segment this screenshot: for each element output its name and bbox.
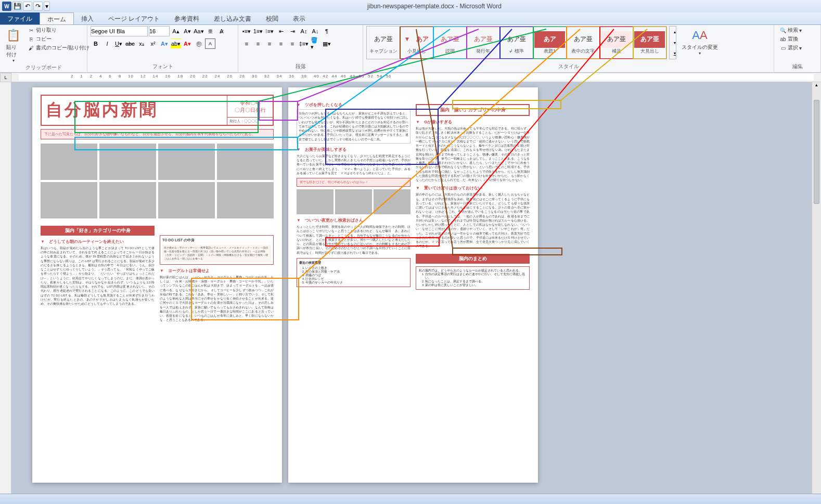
photo-placeholder[interactable] (374, 189, 410, 214)
ruler-tab-selector[interactable]: L (0, 73, 11, 82)
photo-placeholder[interactable] (41, 182, 97, 218)
font-color-button[interactable]: A▾ (182, 38, 193, 49)
todo-title[interactable]: TO DO LIST の中身 (162, 238, 271, 243)
bold-button[interactable]: B (91, 38, 101, 49)
superscript-button[interactable]: x² (148, 38, 158, 49)
category-header-like[interactable]: 脳内「好き」カテゴリーの中身 (41, 226, 155, 236)
photo-placeholder[interactable] (158, 144, 215, 180)
align-left-button[interactable]: ≡ (241, 38, 252, 49)
scrollbar-thumb[interactable] (814, 100, 819, 204)
summary-intro[interactable]: 私の脳内では、どうやら次のようなルールが規定されていると思われる。 (419, 269, 527, 273)
qat-customize-button[interactable]: ▾ (44, 2, 50, 11)
section-heading[interactable]: ついつい夜更かし検索おばさん (297, 217, 410, 223)
tab-page-layout[interactable]: ページ レイアウト (101, 12, 167, 24)
shrink-font-button[interactable]: A▾ (182, 26, 193, 36)
tab-view[interactable]: 表示 (286, 12, 313, 24)
body-text[interactable]: 家の中のものには、大抵そのものの居場所がある。新しく購入したおもちゃなども、まず… (416, 192, 530, 248)
list-item[interactable]: 布の保湿と回復・ケア法 (305, 270, 408, 274)
style-item-発行年[interactable]: あア亜発行年 (467, 27, 500, 59)
shading-button[interactable]: 🪣▾ (310, 38, 320, 49)
align-right-button[interactable]: ≡ (264, 38, 275, 49)
style-gallery[interactable]: あア亜キャプション▼ あア小見出しあア亜説明あア亜発行年あア亜↲ 標準あア表題1… (366, 26, 667, 59)
bullets-button[interactable]: •≡▾ (241, 26, 252, 36)
newspaper-description[interactable]: 下に並べた写真たちは、自分の好きな物や嫌いなものなど、自分を連想させる、自分の脳… (41, 129, 274, 139)
photo-placeholder[interactable] (41, 144, 97, 180)
grow-font-button[interactable]: A▴ (171, 26, 181, 36)
list-item[interactable]: 自分の決定事項の実行はまじめに速やかに行い、そして充分に堪能し現い。 (425, 273, 527, 280)
body-text[interactable]: 我が家の朝ごはんは、「パン・サラダ・ヨーグルト・果物・コーヒーか牛乳」もしくは、… (160, 275, 274, 322)
tab-home[interactable]: ホーム (40, 12, 74, 24)
document-scroll[interactable]: 自分脳内新聞 令和〇年 〇月〇日発行 発行人：〇〇〇〇 下に並べた写真たちは、自… (11, 82, 812, 494)
cut-button[interactable]: ✂切り取り (25, 26, 92, 34)
justify-button[interactable]: ≡ (276, 38, 286, 49)
tab-review[interactable]: 校閲 (259, 12, 286, 24)
ruler-horizontal[interactable]: 2 1 2 4 6 8 10 12 14 16 18 20 22 24 26 2… (0, 73, 821, 82)
style-item-小見出し[interactable]: ▼ あア小見出し (400, 27, 433, 59)
vertical-scrollbar[interactable]: ▴ (812, 82, 821, 494)
body-text[interactable]: ちょっとした空き時間、夜寝る前のやっと一人の時間を確保できたその時間、ほんとはほ… (297, 225, 410, 255)
increase-indent-button[interactable]: ⇥ (287, 26, 298, 36)
style-item-キャプション[interactable]: あア亜キャプション (367, 27, 400, 59)
strikethrough-button[interactable]: abc (125, 38, 135, 49)
body-text[interactable]: 私はいつも、朝目が覚めたら次のような事こどが決まって TO DO LIST とし… (41, 246, 155, 306)
summary-header[interactable]: 脳内のまとめ (416, 254, 530, 264)
paste-button[interactable]: 📋 貼り付け ▾ (3, 26, 23, 64)
body-text[interactable]: 自分のツボ押しをするのはもちろんだが、家族がどこか不調を訴えていると、ついついツ… (297, 109, 410, 144)
style-item-説明[interactable]: あア亜説明 (433, 27, 467, 59)
change-case-button[interactable]: Aa▾ (194, 26, 204, 36)
font-size-select[interactable] (149, 26, 170, 36)
photo-placeholder[interactable] (217, 182, 274, 218)
newspaper-issuer[interactable]: 発行人：〇〇〇〇 (227, 117, 273, 125)
body-text[interactable]: 大人になったらお菓子など好きまなくなり、少々たしなむ程度で満足するようになると思… (297, 154, 410, 175)
style-item-表中の文字[interactable]: あア亜表中の文字 (567, 27, 600, 59)
section-heading[interactable]: どうしても朝のルーティーンを終えたい (41, 239, 155, 244)
photo-placeholder[interactable] (297, 189, 333, 214)
change-styles-button[interactable]: AA スタイルの変更 ▾ (678, 26, 721, 57)
numbering-button[interactable]: 1≡▾ (253, 26, 263, 36)
page-2[interactable]: ツボを押したくなる 自分のツボ押しをするのはもちろんだが、家族がどこか不調を訴え… (288, 87, 538, 483)
subscript-button[interactable]: x₂ (136, 38, 147, 49)
section-heading[interactable]: ツボを押したくなる (297, 102, 410, 108)
text-direction-button[interactable]: A↕ (299, 26, 309, 36)
tab-mailings[interactable]: 差し込み文書 (207, 12, 259, 24)
photo-placeholder[interactable] (99, 144, 156, 180)
tab-references[interactable]: 参考資料 (167, 12, 207, 24)
align-center-button[interactable]: ≡ (253, 38, 263, 49)
enclose-chars-button[interactable]: ㊞ (194, 38, 204, 49)
font-name-select[interactable] (91, 26, 148, 36)
style-item-大見出し[interactable]: あア亜大見出し (633, 27, 666, 59)
list-item[interactable]: ひき肉レシピ (305, 277, 408, 281)
todo-content[interactable]: 目が覚める→手のマッサージ→携帯電話にてニュース・メールをチェック→トイレ→洗顔… (162, 244, 271, 262)
underline-button[interactable]: U▾ (113, 38, 124, 49)
highlight-button[interactable]: ab▾ (171, 38, 181, 49)
style-item-補足[interactable]: あア亜補足 (600, 27, 633, 59)
tab-file[interactable]: ファイル (0, 12, 40, 24)
copy-button[interactable]: ⎘コピー (25, 35, 92, 43)
phonetic-guide-button[interactable]: 亜 (205, 26, 215, 36)
list-item[interactable]: 家の中は常に美しいことが望ましい。 (425, 283, 527, 287)
format-painter-button[interactable]: 🖌書式のコピー/貼り付け (25, 44, 92, 52)
category-header-dislike[interactable]: 脳内「嫌い」カテゴリーの中身 (416, 104, 530, 116)
ruler-vertical[interactable] (0, 82, 11, 494)
newspaper-title[interactable]: 自分脳内新聞 (42, 96, 224, 125)
search-history-list[interactable]: いぐさの上敷き布の保湿と回復・ケア法肝臓のつぼひき肉レシピ今後のサッカーの年代り… (305, 266, 408, 285)
show-marks-button[interactable]: ¶ (322, 26, 332, 36)
qat-save-button[interactable]: 💾 (12, 2, 22, 11)
char-border-button[interactable]: A (205, 38, 215, 49)
clear-formatting-button[interactable]: A̷ (216, 26, 227, 36)
replace-button[interactable]: ab置換 (777, 35, 804, 43)
section-heading[interactable]: ヨーグルトは常備せよ (160, 268, 274, 274)
decrease-indent-button[interactable]: ⇤ (276, 26, 286, 36)
newspaper-date[interactable]: 令和〇年 〇月〇日発行 (227, 96, 273, 117)
tab-insert[interactable]: 挿入 (74, 12, 101, 24)
italic-button[interactable]: I (102, 38, 112, 49)
select-button[interactable]: ▭選択▾ (777, 44, 804, 52)
section-heading[interactable]: Gが嫌いすぎる (416, 119, 530, 125)
photo-placeholder[interactable] (99, 182, 156, 218)
text-effects-button[interactable]: A▾ (159, 38, 170, 49)
borders-button[interactable]: ▦▾ (322, 38, 332, 49)
photo-placeholder[interactable] (217, 144, 274, 180)
multilevel-button[interactable]: ⁝≡▾ (264, 26, 275, 36)
search-history-title[interactable]: 最近の検索履歴 (299, 261, 408, 265)
style-item-表題1[interactable]: あア表題1 (533, 27, 567, 59)
